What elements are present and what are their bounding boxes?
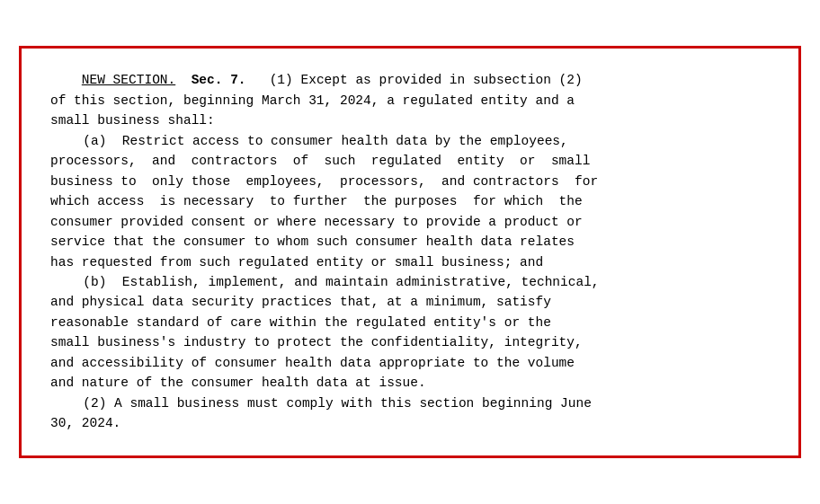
subsection-a-line4: which access is necessary to further the… xyxy=(50,191,770,211)
section-number: Sec. 7. xyxy=(192,73,246,87)
subsection-2-line2: 30, 2024. xyxy=(50,413,770,433)
subsection-b-line2: and physical data security practices tha… xyxy=(50,292,770,312)
intro-continuation: of this section, beginning March 31, 202… xyxy=(50,91,770,111)
subsection-b-line6: and nature of the consumer health data a… xyxy=(50,373,770,393)
subsection-a-line7: has requested from such regulated entity… xyxy=(50,252,770,272)
subsection-b-line4: small business's industry to protect the… xyxy=(50,332,770,352)
section-intro-line: NEW SECTION. Sec. 7. (1) Except as provi… xyxy=(50,70,770,90)
subsection-b-line5: and accessibility of consumer health dat… xyxy=(50,353,770,373)
subsection-a-line6: service that the consumer to whom such c… xyxy=(50,232,770,252)
subsection-b: (b) Establish, implement, and maintain a… xyxy=(50,272,770,292)
intro-continuation-2: small business shall: xyxy=(50,111,770,130)
subsection-a: (a) Restrict access to consumer health d… xyxy=(50,131,770,151)
intro-text-part1: (1) Except as provided in subsection (2) xyxy=(270,73,583,87)
document-text: NEW SECTION. Sec. 7. (1) Except as provi… xyxy=(50,70,770,433)
subsection-2: (2) A small business must comply with th… xyxy=(50,393,770,413)
subsection-a-line2: processors, and contractors of such regu… xyxy=(50,151,770,171)
subsection-a-line5: consumer provided consent or where neces… xyxy=(50,212,770,232)
section-new-label: NEW SECTION. xyxy=(82,73,175,87)
subsection-a-line3: business to only those employees, proces… xyxy=(50,172,770,191)
subsection-b-line3: reasonable standard of care within the r… xyxy=(50,313,770,332)
document-container: NEW SECTION. Sec. 7. (1) Except as provi… xyxy=(19,46,801,457)
